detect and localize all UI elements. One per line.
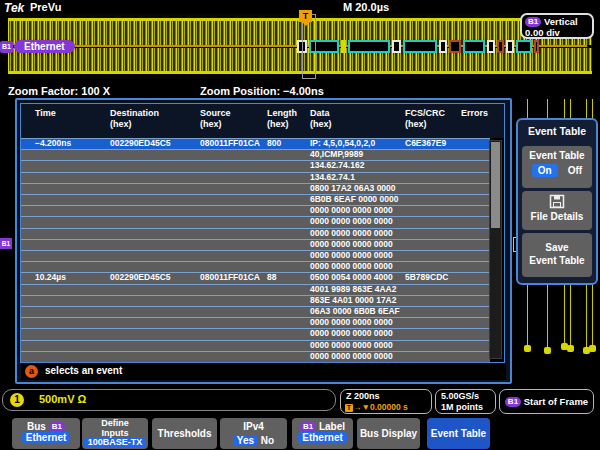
zoom-scale-value: 200ns [354,391,380,401]
scrollbar-thumb[interactable] [491,142,500,228]
column-header: Length (hex) [267,108,297,130]
table-row[interactable]: 40,ICMP,9989 [21,149,490,160]
table-row[interactable]: 134.62.74.162 [21,160,490,171]
vertical-readout-badge: B1 Vertical 0.00 div [520,13,594,39]
menu-ipv4-button[interactable]: IPv4 Yes No [220,418,287,449]
table-row[interactable]: 0000 0000 0000 0000 [21,340,490,351]
table-row[interactable]: 0000 0000 0000 0000 [21,239,490,250]
cell-data: 0000 0000 0000 0000 [310,228,393,240]
acquisition-mode: PreVu [30,1,61,13]
vertical-label: Vertical [544,16,578,27]
overview-waveform [8,14,592,79]
table-row[interactable]: 863E 4A01 0000 17A2 [21,295,490,306]
timebase-readout: M 20.0µs [343,1,389,13]
bus-decode-segment [534,40,539,53]
file-details-label: File Details [522,211,592,222]
table-row[interactable]: 0000 0000 0000 0000 [21,261,490,272]
toggle-on[interactable]: On [532,164,558,177]
b1-badge: B1 [525,17,541,27]
zoom-z-icon: Z [346,391,352,401]
cell-time: −4.200ns [35,138,71,150]
bus-decode-segment [463,40,485,53]
menu-thresholds-button[interactable]: Thresholds [152,418,217,449]
ipv4-no[interactable]: No [261,435,274,446]
bus-decode-segment [439,40,447,53]
column-header: Time [35,108,56,119]
bus-decode-segment [392,40,401,53]
bus-b1-marker[interactable]: B1 [0,41,13,53]
cell-data: 0000 0000 0000 0000 [310,261,393,273]
cell-data: 0000 0000 0000 0000 [310,328,393,340]
oscilloscope-screen: Tek PreVu M 20.0µs T B1 Ethernet B1 Vert… [0,0,600,450]
toggle-off[interactable]: Off [568,165,582,176]
table-row[interactable]: 4001 9989 863E 4AA2 [21,284,490,295]
zoom-position: Zoom Position: −4.00ns [200,85,324,97]
zoom-scale-readout: Z 200ns T→▼0.00000 s [340,389,432,414]
zoom-bus-b1-marker: B1 [0,238,12,249]
event-table-toggle-button[interactable]: Event Table OnOff [522,146,592,188]
table-row[interactable]: 134.62.74.1 [21,172,490,183]
cell-data: 0000 0000 0000 0000 [310,205,393,217]
table-row[interactable]: 0000 0000 0000 0000 [21,351,490,362]
table-row[interactable]: 0000 0000 0000 0000 [21,228,490,239]
trigger-position-marker[interactable]: T [299,10,312,22]
bus-label[interactable]: Ethernet [14,40,75,53]
file-details-button[interactable]: File Details [522,191,592,230]
cell-data: 0800 17A2 06A3 0000 [310,183,396,195]
sample-rate: 5.00GS/s [441,391,479,401]
cell-data: IP: 4,5,0,54,0,2,0 [310,138,375,150]
cell-time: 10.24µs [35,272,66,284]
bus-decode-segment [341,40,346,53]
b1-badge: B1 [505,397,521,407]
table-row[interactable]: 0000 0000 0000 0000 [21,250,490,261]
event-table-header: TimeDestination (hex)Source (hex)Length … [21,104,504,138]
toggle-label: Event Table [522,146,592,161]
bus-decode-segment [506,40,514,53]
column-header: Errors [461,108,488,119]
event-table: TimeDestination (hex)Source (hex)Length … [15,98,512,384]
event-table-rows: −4.200ns002290ED45C5080011FF01CA800IP: 4… [21,138,490,362]
table-row[interactable]: 0000 0000 0000 0000 [21,216,490,227]
acquisition-readout: 5.00GS/s 1M points [435,389,496,414]
table-row[interactable]: 06A3 0000 6B0B 6EAF [21,306,490,317]
cell-data: 06A3 0000 6B0B 6EAF [310,306,400,318]
menu-bus-display-button[interactable]: Bus Display [357,418,420,449]
cell-dest: 002290ED45C5 [110,138,171,150]
table-row[interactable]: 6B0B 6EAF 0000 0000 [21,194,490,205]
ipv4-label: IPv4 [220,421,287,432]
cell-src: 080011FF01CA [200,272,260,284]
cell-data: 863E 4A01 0000 17A2 [310,295,397,307]
table-row[interactable]: 0800 17A2 06A3 0000 [21,183,490,194]
trigger-source-label: Start of Frame [524,396,588,407]
bus-decode-segment [348,40,390,53]
table-row[interactable]: 0000 0000 0000 0000 [21,317,490,328]
cell-len: 88 [267,272,276,284]
trigger-arrows-icon: →▼ [353,402,370,412]
save-event-table-button[interactable]: Save Event Table [522,233,592,277]
cell-src: 080011FF01CA [200,138,260,150]
tek-logo: Tek [4,1,24,15]
table-row[interactable]: 0000 0000 0000 0000 [21,328,490,339]
cell-fcs: 5B789CDC [405,272,448,284]
table-row[interactable]: 10.24µs002290ED45C5080011FF01CA880500 00… [21,272,490,283]
table-row[interactable]: 0000 0000 0000 0000 [21,205,490,216]
bus-decode-segment [403,40,437,53]
scrollbar-track[interactable] [489,140,502,359]
trigger-t-icon: T [345,404,353,412]
waveform-bottom-edge [8,71,592,74]
label-value-chip: Ethernet [298,432,347,443]
label-text: Label [319,421,345,432]
menu-bus-button[interactable]: Bus B1 Ethernet [12,418,80,449]
cell-data: 40,ICMP,9989 [310,149,363,161]
multipurpose-knob-a-icon: a [25,365,38,378]
menu-define-inputs-button[interactable]: Define Inputs 100BASE-TX [82,418,148,449]
menu-label-button[interactable]: B1 Label Ethernet [292,418,353,449]
input-standard-chip: 100BASE-TX [84,438,147,448]
cell-data: 0000 0000 0000 0000 [310,351,393,363]
cell-data: 0000 0000 0000 0000 [310,250,393,262]
menu-event-table-button[interactable]: Event Table [427,418,490,449]
b1-badge: B1 [300,422,316,432]
ipv4-yes-chip[interactable]: Yes [233,435,258,446]
knob-hint-text: selects an event [45,365,122,376]
table-row[interactable]: −4.200ns002290ED45C5080011FF01CA800IP: 4… [21,138,490,149]
